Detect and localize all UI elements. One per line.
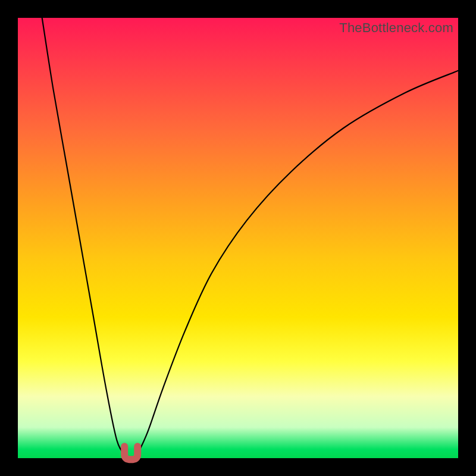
bottleneck-curve-left (42, 18, 126, 456)
plot-area: TheBottleneck.com (18, 18, 458, 458)
optimal-marker (124, 446, 137, 459)
curve-layer (18, 18, 458, 458)
bottleneck-curve-right (137, 71, 458, 456)
chart-frame: TheBottleneck.com (0, 0, 476, 476)
